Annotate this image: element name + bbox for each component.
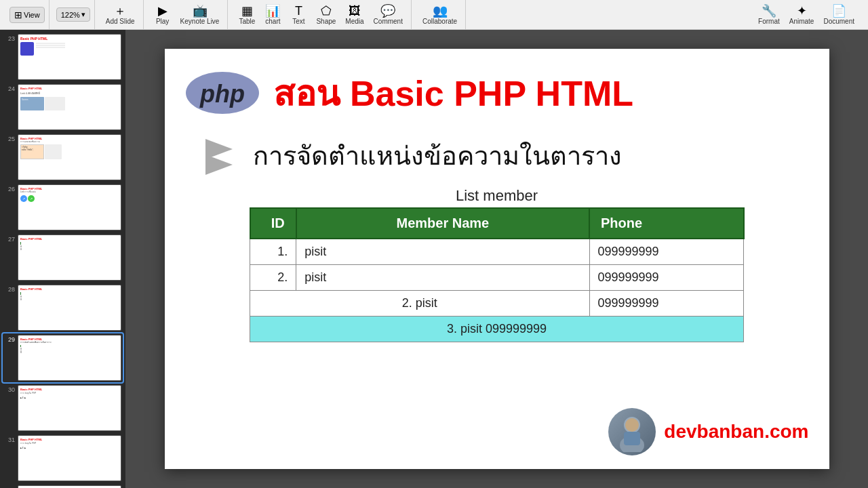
cell-phone-1: 099999999	[589, 239, 744, 265]
slide-subtitle: การจัดตำแหน่งข้อความในตาราง	[253, 135, 622, 176]
col-header-phone: Phone	[589, 208, 744, 239]
slide-preview-23: Basic PHP HTML	[18, 34, 121, 80]
table-button[interactable]: ▦ Table	[235, 3, 259, 26]
shape-label: Shape	[316, 18, 336, 25]
play-button[interactable]: ▶ Play	[151, 3, 175, 26]
play-arrow-icon	[199, 136, 239, 176]
table-header-row: ID Member Name Phone	[250, 208, 744, 239]
view-label: View	[24, 11, 40, 19]
keynote-live-icon: 📺	[193, 5, 208, 17]
shape-button[interactable]: ⬠ Shape	[312, 3, 340, 26]
plus-icon: ＋	[114, 5, 126, 17]
toolbar: ⊞ View 122% ▾ ＋ Add Slide ▶ Play 📺 Keyno…	[0, 0, 868, 30]
cell-phone-3: 099999999	[589, 291, 744, 317]
table-icon: ▦	[241, 5, 253, 17]
format-label: Format	[758, 18, 780, 25]
slide-num-30: 30	[4, 385, 15, 393]
shape-icon: ⬠	[321, 5, 332, 17]
document-button[interactable]: 📄 Document	[819, 3, 859, 26]
slide-num-26: 26	[4, 184, 15, 192]
comment-label: Comment	[374, 18, 403, 25]
slide-preview-26: Basic PHP HTML Link การเชื่อมต่อ ↗ ↗	[18, 184, 121, 230]
slide-num-23: 23	[4, 34, 15, 42]
slide-subtitle-row: การจัดตำแหน่งข้อความในตาราง	[165, 128, 829, 183]
slide-num-24: 24	[4, 84, 15, 92]
collaborate-group: 👥 Collaborate	[414, 0, 466, 29]
media-label: Media	[345, 18, 363, 25]
data-table: ID Member Name Phone 1. pisit 099999999 …	[250, 207, 745, 342]
document-icon: 📄	[831, 5, 846, 17]
slide-preview-27: Basic PHP HTML	[18, 235, 121, 281]
chart-button[interactable]: 📊 chart	[260, 3, 285, 26]
slide-num-25: 25	[4, 134, 15, 142]
table-label: Table	[239, 18, 255, 25]
svg-point-6	[625, 418, 639, 432]
cell-phone-2: 099999999	[589, 265, 744, 291]
slide-thumb-32[interactable]: 32 Basic PHP HTML Youtube การเรียนรู้ ▶ …	[3, 484, 123, 488]
keynote-live-label: Keynote Live	[180, 18, 220, 25]
format-button[interactable]: 🔧 Format	[754, 3, 784, 26]
animate-label: Animate	[789, 18, 814, 25]
slide-num-28: 28	[4, 285, 15, 293]
play-icon: ▶	[158, 5, 167, 17]
main-area: 23 Basic PHP HTML 24	[0, 30, 868, 488]
cell-span-3: 2. pisit	[250, 291, 590, 317]
table-caption: List member	[165, 187, 829, 205]
cell-id-1: 1.	[250, 239, 296, 265]
zoom-group: 122% ▾	[52, 0, 95, 29]
col-header-name: Member Name	[296, 208, 589, 239]
slide-thumb-25[interactable]: 25 Basic PHP HTML การแสดงผลข้อความ <?php…	[3, 133, 123, 182]
insert-group: ▦ Table 📊 chart T Text ⬠ Shape 🖼 Media 💬…	[231, 0, 412, 29]
slide-preview-31: Basic PHP HTML การ loop ใน PHP ▶ E ▶	[18, 435, 121, 481]
view-group: ⊞ View	[5, 0, 50, 29]
play-group: ▶ Play 📺 Keynote Live	[146, 0, 229, 29]
slide-thumb-26[interactable]: 26 Basic PHP HTML Link การเชื่อมต่อ ↗ ↗	[3, 183, 123, 232]
slide-preview-32: Basic PHP HTML Youtube การเรียนรู้ ▶ E ▶	[18, 485, 121, 488]
slide-thumb-28[interactable]: 28 Basic PHP HTML	[3, 283, 123, 332]
media-button[interactable]: 🖼 Media	[341, 3, 368, 26]
format-icon: 🔧	[762, 5, 776, 17]
slide-thumb-23[interactable]: 23 Basic PHP HTML	[3, 33, 123, 81]
keynote-live-button[interactable]: 📺 Keynote Live	[176, 3, 224, 26]
zoom-button[interactable]: 122% ▾	[56, 7, 90, 22]
slide-num-27: 27	[4, 235, 15, 243]
table-row-4: 3. pisit 099999999	[250, 317, 744, 342]
slide-title: สอน Basic PHP HTML	[273, 65, 633, 121]
collaborate-button[interactable]: 👥 Collaborate	[418, 3, 461, 26]
table-row-1: 1. pisit 099999999	[250, 239, 744, 265]
table-row-3: 2. pisit 099999999	[250, 291, 744, 317]
add-slide-group: ＋ Add Slide	[98, 0, 144, 29]
slide-preview-29: Basic PHP HTML การจัดตำแหน่งข้อความในตาร…	[18, 335, 121, 381]
avatar	[608, 408, 656, 455]
collaborate-icon: 👥	[433, 5, 448, 17]
chart-icon: 📊	[265, 5, 280, 17]
slide-thumb-31[interactable]: 31 Basic PHP HTML การ loop ใน PHP ▶ E ▶	[3, 434, 123, 483]
slide-num-31: 31	[4, 435, 15, 443]
slide-preview-30: Basic PHP HTML การ loop ใน PHP ▶ E ▶	[18, 385, 121, 431]
slide-preview-24: Basic PHP HTML Link แสดงผลลัพธ์ Screen	[18, 84, 121, 130]
add-slide-label: Add Slide	[106, 18, 135, 25]
slide-thumb-29[interactable]: 29 Basic PHP HTML การจัดตำแหน่งข้อความใน…	[3, 333, 123, 382]
media-icon: 🖼	[349, 5, 361, 17]
comment-button[interactable]: 💬 Comment	[370, 3, 407, 26]
document-label: Document	[823, 18, 854, 25]
slide-thumb-30[interactable]: 30 Basic PHP HTML การ loop ใน PHP ▶ E ▶	[3, 384, 123, 432]
view-button[interactable]: ⊞ View	[9, 7, 45, 23]
text-label: Text	[292, 18, 304, 25]
play-label: Play	[156, 18, 169, 25]
slide-thumb-27[interactable]: 27 Basic PHP HTML	[3, 233, 123, 282]
slide: php สอน Basic PHP HTML การจัดตำแหน่งข้อค…	[165, 49, 829, 469]
add-slide-button[interactable]: ＋ Add Slide	[102, 3, 139, 26]
slide-thumb-24[interactable]: 24 Basic PHP HTML Link แสดงผลลัพธ์ Scree…	[3, 83, 123, 131]
cell-id-2: 2.	[250, 265, 296, 291]
text-icon: T	[295, 5, 302, 17]
slide-header: php สอน Basic PHP HTML	[165, 49, 829, 128]
person-silhouette	[612, 411, 652, 452]
php-logo: php	[185, 71, 260, 115]
slide-num-29: 29	[4, 335, 15, 343]
animate-button[interactable]: ✦ Animate	[785, 3, 818, 26]
slide-num-32: 32	[4, 485, 15, 488]
cell-full-4: 3. pisit 099999999	[250, 317, 744, 342]
text-button[interactable]: T Text	[286, 3, 311, 26]
svg-rect-7	[624, 432, 640, 445]
